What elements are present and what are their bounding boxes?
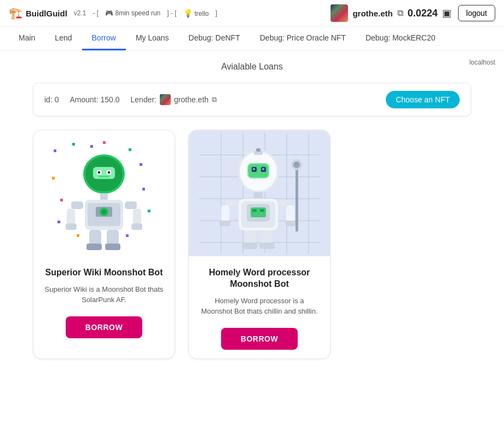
logout-button[interactable]: logout	[458, 5, 495, 21]
header: 🏗️ BuidlGuidl v2.1 - [ 🎮 8min speed run …	[0, 0, 504, 27]
speedrun-link[interactable]: 🎮 8min speed run	[105, 9, 160, 17]
separator3: ]	[216, 9, 217, 17]
svg-rect-5	[140, 163, 142, 166]
lender-name: grothe.eth	[174, 95, 208, 104]
svg-rect-75	[242, 242, 257, 249]
nav-item-borrow[interactable]: Borrow	[82, 27, 126, 50]
svg-rect-57	[256, 148, 260, 152]
svg-rect-20	[108, 171, 110, 174]
nav-item-lend[interactable]: Lend	[45, 27, 82, 50]
svg-rect-22	[100, 193, 108, 200]
svg-rect-8	[142, 188, 145, 190]
svg-rect-7	[60, 199, 63, 201]
svg-rect-0	[54, 149, 56, 152]
svg-rect-37	[105, 244, 120, 250]
svg-point-73	[293, 161, 300, 168]
nav-item-debug-price-oracle[interactable]: Debug: Price Oracle NFT	[250, 27, 356, 50]
svg-rect-32	[133, 209, 141, 225]
nft-info-0: Superior Wiki Moonshot Bot Superior Wiki…	[33, 256, 175, 359]
svg-rect-77	[259, 242, 275, 249]
svg-rect-19	[98, 171, 100, 174]
svg-rect-70	[286, 221, 297, 226]
lender-avatar	[160, 94, 171, 105]
svg-rect-28	[71, 201, 83, 209]
nft-grid: Superior Wiki Moonshot Bot Superior Wiki…	[33, 130, 471, 359]
separator1: - [	[93, 9, 99, 17]
svg-rect-58	[254, 192, 263, 199]
svg-rect-55	[262, 168, 264, 170]
nav-item-my-loans[interactable]: My Loans	[126, 27, 179, 50]
brand-icon: 🏗️	[9, 7, 22, 20]
separator2: ] - [	[167, 9, 176, 17]
svg-rect-29	[67, 209, 75, 225]
svg-rect-35	[86, 244, 102, 250]
brand-name: BuidlGuidl	[26, 9, 67, 18]
svg-rect-71	[296, 166, 298, 232]
svg-rect-66	[221, 205, 229, 223]
svg-rect-13	[126, 234, 129, 237]
borrow-button-1[interactable]: BORROW	[221, 328, 298, 350]
nav: Main Lend Borrow My Loans Debug: DeNFT D…	[0, 27, 504, 51]
nft-image-area-0	[33, 130, 175, 256]
nav-item-main[interactable]: Main	[9, 27, 45, 50]
nav-item-debug-mockerc20[interactable]: Debug: MockERC20	[356, 27, 445, 50]
svg-rect-64	[260, 209, 264, 212]
loan-lender: Lender: grothe.eth ⧉	[131, 94, 375, 105]
svg-rect-30	[66, 223, 77, 230]
svg-rect-67	[219, 221, 230, 226]
svg-rect-12	[77, 234, 79, 237]
wallet-balance: 0.0224	[408, 8, 438, 19]
nft-image-1	[199, 133, 320, 253]
main-content: Avialable Loans id: 0 Amount: 150.0 Lend…	[0, 51, 504, 370]
svg-rect-31	[125, 201, 137, 209]
wallet-avatar	[331, 4, 348, 22]
wallet-info: grothe.eth ⧉ 0.0224 ▣	[331, 4, 451, 22]
nft-title-1: Homely Word processor Moonshot Bot	[200, 267, 319, 290]
svg-rect-4	[129, 148, 131, 151]
svg-rect-21	[99, 176, 109, 177]
svg-rect-69	[286, 205, 294, 223]
svg-rect-62	[251, 207, 266, 217]
svg-point-27	[101, 209, 107, 215]
lender-label: Lender:	[131, 95, 157, 104]
loan-amount: Amount: 150.0	[69, 95, 119, 104]
svg-rect-9	[148, 210, 150, 212]
lender-copy-icon[interactable]: ⧉	[212, 95, 217, 104]
nft-card-1: Homely Word processor Moonshot Bot Homel…	[188, 130, 331, 359]
svg-rect-1	[72, 143, 75, 146]
choose-nft-button[interactable]: Choose an NFT	[386, 91, 460, 108]
svg-rect-3	[103, 141, 106, 144]
nft-image-0	[44, 133, 164, 253]
nft-info-1: Homely Word processor Moonshot Bot Homel…	[189, 256, 330, 359]
borrow-button-0[interactable]: BORROW	[66, 316, 142, 338]
wallet-name: grothe.eth	[352, 9, 392, 18]
nft-desc-0: Superior Wiki is a Moonshot Bot thats So…	[44, 284, 164, 305]
nft-desc-1: Homely Word processor is a Moonshot Bot …	[200, 296, 319, 317]
wallet-qr-icon[interactable]: ▣	[442, 7, 451, 19]
version-label: v2.1	[74, 9, 86, 17]
nft-image-area-1	[189, 130, 330, 256]
loan-id: id: 0	[44, 95, 59, 104]
svg-rect-54	[253, 168, 255, 170]
svg-rect-63	[252, 209, 257, 212]
nft-card-0: Superior Wiki Moonshot Bot Superior Wiki…	[33, 130, 175, 359]
localhost-label: localhost	[470, 59, 495, 66]
svg-rect-33	[131, 223, 142, 230]
svg-rect-2	[90, 145, 93, 148]
loan-row: id: 0 Amount: 150.0 Lender: grothe.eth ⧉…	[33, 83, 471, 117]
svg-rect-10	[57, 221, 60, 223]
nav-item-debug-denft[interactable]: Debug: DeNFT	[179, 27, 250, 50]
trello-link[interactable]: 💡 trello	[183, 9, 209, 18]
section-title: Avialable Loans	[33, 62, 471, 72]
nft-title-0: Superior Wiki Moonshot Bot	[45, 267, 163, 279]
brand: 🏗️ BuidlGuidl	[9, 7, 67, 20]
svg-rect-6	[52, 177, 55, 180]
wallet-copy-icon[interactable]: ⧉	[397, 8, 403, 18]
